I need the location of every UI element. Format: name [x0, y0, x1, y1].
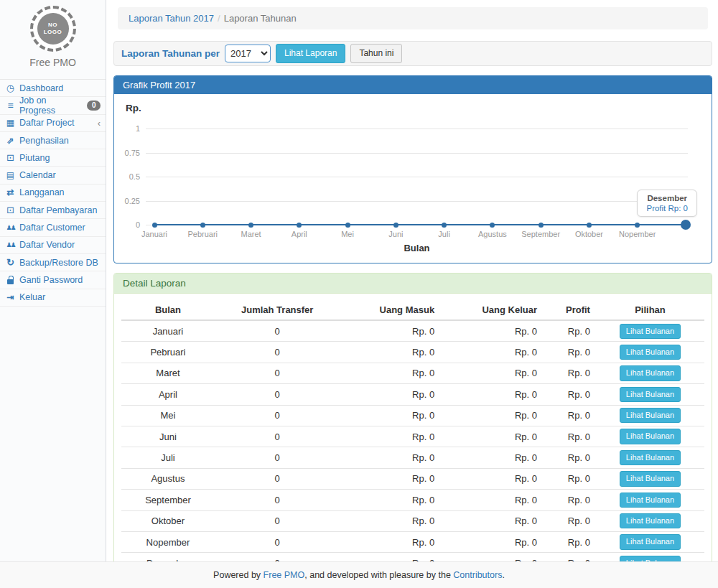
x-tick-label: Oktober [562, 230, 615, 238]
cell-profit: Rp. 0 [543, 342, 596, 363]
y-tick-label: 0.5 [114, 172, 140, 181]
lihat-bulanan-button[interactable]: Lihat Bulanan [620, 471, 681, 486]
page-footer: Powered by Free PMO, and developed with … [0, 561, 718, 588]
cell-keluar: Rp. 0 [440, 553, 543, 561]
y-tick-label: 0.25 [114, 197, 140, 205]
cell-masuk: Rp. 0 [340, 320, 440, 342]
lihat-bulanan-button[interactable]: Lihat Bulanan [620, 556, 681, 561]
cell-bulan: Juli [121, 447, 215, 468]
cell-bulan: Agustus [121, 468, 215, 489]
cell-transfer: 0 [215, 490, 340, 510]
sidebar-item[interactable]: Ganti Password [0, 271, 106, 289]
report-table: Bulan Jumlah Transfer Uang Masuk Uang Ke… [121, 300, 704, 561]
data-point[interactable] [248, 223, 253, 228]
profit-chart-panel: Grafik Profit 2017 Rp. Bulan Desember Pr… [113, 75, 712, 263]
money-icon [5, 153, 16, 163]
sidebar-item-label: Penghasilan [19, 136, 69, 146]
sidebar-item[interactable]: Daftar Project ‹ [0, 115, 106, 132]
col-masuk: Uang Masuk [340, 300, 440, 320]
profit-line-chart: Rp. Bulan Desember Profit Rp: 0 10.750.5… [114, 94, 712, 263]
sidebar-item[interactable]: Daftar Customer [0, 219, 106, 236]
cell-bulan: Pebruari [121, 342, 215, 363]
sidebar-item-label: Daftar Project [19, 118, 74, 128]
x-tick-label: Juni [369, 230, 422, 238]
sidebar-item-label: Daftar Vendor [19, 240, 75, 250]
lihat-bulanan-button[interactable]: Lihat Bulanan [620, 408, 681, 423]
data-point[interactable] [442, 223, 447, 228]
sidebar-item-label: Backup/Restore DB [19, 258, 98, 268]
y-tick-label: 0 [114, 220, 140, 229]
lihat-bulanan-button[interactable]: Lihat Bulanan [620, 387, 681, 402]
data-point[interactable] [393, 223, 398, 228]
cell-profit: Rp. 0 [543, 426, 596, 447]
sidebar-item[interactable]: Job on Progress 0 [0, 97, 106, 114]
cell-profit: Rp. 0 [543, 384, 596, 405]
lihat-bulanan-button[interactable]: Lihat Bulanan [620, 429, 681, 444]
data-point[interactable] [587, 223, 592, 228]
cell-bulan: Oktober [121, 510, 215, 531]
cell-keluar: Rp. 0 [440, 363, 543, 383]
table-row: Mei 0 Rp. 0 Rp. 0 Rp. 0 Lihat Bulanan [121, 405, 704, 426]
data-point[interactable] [490, 223, 495, 228]
cell-profit: Rp. 0 [543, 490, 596, 510]
cell-profit: Rp. 0 [543, 468, 596, 489]
lihat-bulanan-button[interactable]: Lihat Bulanan [620, 493, 681, 508]
lihat-bulanan-button[interactable]: Lihat Bulanan [620, 365, 681, 381]
y-axis-title: Rp. [126, 103, 141, 113]
sidebar-item[interactable]: Penghasilan [0, 132, 106, 149]
cell-masuk: Rp. 0 [340, 468, 440, 489]
sidebar-item-label: Dashboard [19, 83, 63, 93]
lihat-bulanan-button[interactable]: Lihat Bulanan [620, 513, 681, 528]
data-point[interactable] [345, 223, 350, 228]
data-point[interactable] [635, 223, 640, 228]
contributors-link[interactable]: Contributors [453, 570, 502, 580]
lihat-bulanan-button[interactable]: Lihat Bulanan [620, 534, 681, 549]
breadcrumb-link[interactable]: Laporan Tahun 2017 [129, 13, 214, 24]
list-icon [5, 101, 16, 111]
cell-transfer: 0 [215, 468, 340, 489]
sidebar-item[interactable]: Dashboard [0, 80, 106, 97]
cell-masuk: Rp. 0 [340, 384, 440, 405]
lihat-bulanan-button[interactable]: Lihat Bulanan [620, 324, 681, 339]
sidebar-item[interactable]: Calendar [0, 167, 106, 184]
free-pmo-link[interactable]: Free PMO [264, 570, 305, 580]
cell-keluar: Rp. 0 [440, 490, 543, 510]
data-point[interactable] [681, 220, 691, 230]
cell-keluar: Rp. 0 [440, 405, 543, 426]
sidebar-item[interactable]: Daftar Vendor [0, 237, 106, 254]
lihat-bulanan-button[interactable]: Lihat Bulanan [620, 450, 681, 465]
sidebar-item-label: Piutang [19, 153, 50, 163]
data-point[interactable] [200, 223, 205, 228]
cell-bulan: Januari [121, 320, 215, 342]
chart-panel-title: Grafik Profit 2017 [114, 76, 712, 94]
sidebar-item[interactable]: Keluar [0, 289, 106, 307]
tahun-ini-button[interactable]: Tahun ini [350, 44, 402, 63]
signout-icon [5, 292, 16, 302]
cell-transfer: 0 [215, 342, 340, 363]
sidebar-item-label: Daftar Customer [19, 223, 85, 233]
breadcrumb-separator: / [214, 13, 224, 24]
lihat-bulanan-button[interactable]: Lihat Bulanan [620, 345, 681, 360]
sidebar-item[interactable]: Langganan [0, 185, 106, 202]
cell-masuk: Rp. 0 [340, 553, 440, 561]
cell-bulan: Maret [121, 363, 215, 383]
lihat-laporan-button[interactable]: Lihat Laporan [276, 44, 345, 63]
data-point[interactable] [538, 223, 544, 228]
sidebar-item-label: Daftar Pembayaran [19, 205, 97, 215]
lock-icon [5, 275, 16, 285]
sidebar-item-label: Langganan [19, 187, 65, 197]
x-tick-label: April [273, 230, 326, 238]
sidebar-item[interactable]: Piutang [0, 149, 106, 167]
year-select[interactable]: 2017 [225, 45, 271, 62]
sidebar-item[interactable]: Backup/Restore DB [0, 254, 106, 271]
sidebar-item[interactable]: Daftar Pembayaran [0, 202, 106, 219]
cell-masuk: Rp. 0 [340, 363, 440, 383]
table-row: Juli 0 Rp. 0 Rp. 0 Rp. 0 Lihat Bulanan [121, 447, 704, 468]
data-point[interactable] [297, 223, 302, 228]
cell-transfer: 0 [215, 405, 340, 426]
data-point[interactable] [152, 223, 157, 228]
x-tick-label: Maret [225, 230, 278, 238]
cell-keluar: Rp. 0 [440, 426, 543, 447]
cell-profit: Rp. 0 [543, 531, 596, 552]
sidebar: NO LOGO Free PMO Dashboard Job on Progre… [0, 0, 106, 561]
